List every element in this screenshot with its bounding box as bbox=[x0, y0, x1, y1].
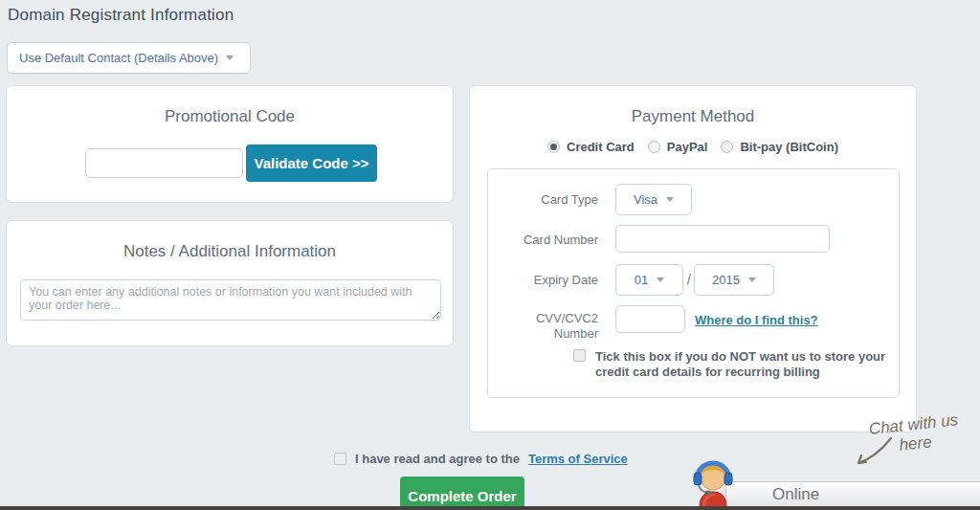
chat-agent-icon[interactable] bbox=[689, 460, 739, 508]
notes-textarea[interactable] bbox=[20, 279, 441, 321]
chat-arrow-icon bbox=[847, 432, 897, 475]
expiry-year-value: 2015 bbox=[712, 273, 740, 287]
card-type-label: Card Type bbox=[507, 192, 598, 207]
radio-icon bbox=[648, 141, 660, 153]
radio-bitpay[interactable]: Bit-pay (BitCoin) bbox=[721, 140, 838, 154]
cvv-label-line1: CVV/CVC2 bbox=[536, 311, 598, 325]
radio-paypal-label: PayPal bbox=[667, 140, 708, 154]
cvv-label-line2: Number bbox=[554, 326, 598, 341]
radio-paypal[interactable]: PayPal bbox=[648, 140, 708, 154]
store-optout-row: Tick this box if you do NOT want us to s… bbox=[573, 349, 889, 381]
chat-bar[interactable]: Online bbox=[725, 481, 980, 507]
radio-selected-icon bbox=[547, 141, 560, 153]
card-type-select[interactable]: Visa bbox=[615, 184, 692, 215]
card-number-input[interactable] bbox=[615, 225, 830, 253]
expiry-year-select[interactable]: 2015 bbox=[694, 264, 774, 296]
chevron-down-icon bbox=[226, 55, 234, 60]
card-number-label: Card Number bbox=[507, 233, 598, 247]
registrant-contact-dropdown-value: Use Default Contact (Details Above) bbox=[19, 51, 218, 65]
radio-bitpay-label: Bit-pay (BitCoin) bbox=[740, 140, 838, 154]
expiry-separator: / bbox=[687, 272, 691, 287]
radio-credit-card[interactable]: Credit Card bbox=[547, 140, 635, 154]
registrant-contact-dropdown[interactable]: Use Default Contact (Details Above) bbox=[7, 42, 251, 74]
bottom-edge-bar bbox=[0, 506, 980, 510]
credit-card-form: Card Type Visa Card Number Expiry Date 0… bbox=[487, 168, 900, 398]
store-optout-checkbox[interactable] bbox=[573, 349, 586, 362]
agree-row: I have read and agree to the Terms of Se… bbox=[334, 452, 628, 466]
checkout-page: Domain Registrant Information Use Defaul… bbox=[0, 0, 980, 510]
radio-credit-card-label: Credit Card bbox=[567, 140, 635, 154]
agree-text: I have read and agree to the bbox=[355, 452, 520, 466]
chat-note-line2: here bbox=[899, 432, 933, 454]
tos-link[interactable]: Terms of Service bbox=[528, 452, 628, 466]
validate-code-button[interactable]: Validate Code >> bbox=[246, 144, 377, 182]
cvv-input[interactable] bbox=[615, 305, 685, 333]
cvv-label: CVV/CVC2 Number bbox=[507, 311, 598, 341]
chat-status: Online bbox=[772, 485, 819, 504]
promo-code-panel: Promotional Code Validate Code >> bbox=[6, 85, 454, 203]
promo-panel-title: Promotional Code bbox=[7, 107, 453, 126]
notes-panel-title: Notes / Additional Information bbox=[7, 242, 453, 261]
expiry-month-value: 01 bbox=[635, 273, 648, 287]
cvv-help-link[interactable]: Where do I find this? bbox=[695, 313, 818, 327]
chevron-down-icon bbox=[657, 277, 664, 282]
complete-order-button[interactable]: Complete Order bbox=[400, 477, 524, 510]
page-title: Domain Registrant Information bbox=[8, 6, 234, 25]
payment-panel-title: Payment Method bbox=[470, 107, 916, 126]
payment-panel: Payment Method Credit Card PayPal Bit-pa… bbox=[469, 85, 917, 432]
card-type-value: Visa bbox=[634, 192, 657, 207]
chevron-down-icon bbox=[748, 277, 756, 282]
expiry-date-label: Expiry Date bbox=[507, 273, 598, 287]
tos-agree-checkbox[interactable] bbox=[334, 453, 346, 465]
chevron-down-icon bbox=[666, 197, 674, 202]
notes-panel: Notes / Additional Information bbox=[6, 220, 454, 346]
store-optout-label: Tick this box if you do NOT want us to s… bbox=[595, 349, 889, 381]
promo-code-input[interactable] bbox=[85, 148, 243, 178]
payment-method-radios: Credit Card PayPal Bit-pay (BitCoin) bbox=[470, 140, 916, 154]
radio-icon bbox=[721, 141, 733, 153]
expiry-month-select[interactable]: 01 bbox=[615, 264, 683, 296]
